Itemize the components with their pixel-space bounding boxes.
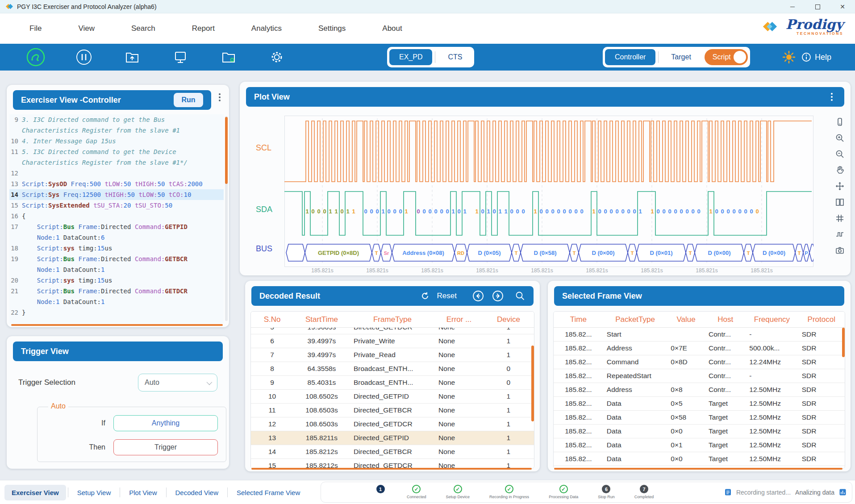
table-row[interactable]: 185.82...Data0×1Target12.50MHzSDR (554, 438, 845, 452)
column-header-protocol[interactable]: Protocol (798, 315, 845, 324)
table-row[interactable]: 639.4997sPrivate_WriteNone1 (251, 334, 534, 348)
decoded-scrollbar-thumb[interactable] (531, 346, 534, 421)
column-header-frametype[interactable]: FrameType (350, 315, 435, 324)
grid-icon[interactable] (834, 213, 845, 224)
code-line[interactable]: 17 Script:Bus Frame:Directed Command:GET… (9, 221, 224, 232)
search-icon[interactable] (515, 291, 526, 301)
column-header-error[interactable]: Error ... (435, 315, 483, 324)
touch-icon[interactable] (834, 117, 845, 127)
menu-item-view[interactable]: View (67, 21, 106, 37)
column-header-packettype[interactable]: PacketType (603, 315, 667, 324)
code-line[interactable]: Node:1 DataCount:6 (9, 232, 224, 243)
table-row[interactable]: 15185.8212sDirected_GETDCRNone1 (251, 459, 534, 468)
minimize-icon[interactable]: ─ (780, 0, 805, 13)
table-row[interactable]: 12108.6503sDirected_GETDCRNone1 (251, 417, 534, 431)
code-line[interactable]: 15Script:SysExtended tSU_STA:20 tSU_STO:… (9, 200, 224, 211)
help-button[interactable]: Help (801, 52, 831, 62)
table-row[interactable]: 185.82...Address0×8Contr...12.50MHzSDR (554, 383, 845, 397)
bottom-tab-exerciser-view[interactable]: Exerciser View (4, 485, 66, 500)
split-view-icon[interactable] (834, 197, 845, 208)
code-hscrollbar-thumb[interactable] (11, 324, 223, 326)
code-line[interactable]: 12 (9, 168, 224, 179)
theme-sun-icon[interactable] (779, 47, 799, 67)
bottom-tab-setup-view[interactable]: Setup View (70, 485, 118, 500)
refresh-icon[interactable] (420, 291, 430, 301)
settings-gear-icon[interactable] (267, 47, 287, 67)
selected-hscrollbar-thumb[interactable] (554, 468, 842, 470)
waveform-icon[interactable] (834, 229, 845, 240)
table-row[interactable]: 185.82...Data0×5Target12.50MHzSDR (554, 397, 845, 411)
move-icon[interactable] (834, 181, 845, 192)
run-button[interactable]: Run (174, 93, 203, 107)
code-line[interactable]: 16{ (9, 211, 224, 221)
column-header-s-no[interactable]: S.No (251, 315, 293, 324)
selected-scrollbar-thumb[interactable] (842, 328, 845, 357)
tab-cts[interactable]: CTS (438, 49, 472, 65)
code-line[interactable]: 13Script:SysOD Freq:500 tLOW:50 tHIGH:50… (9, 179, 224, 189)
trigger-selection-dropdown[interactable]: Auto (138, 374, 217, 392)
column-header-value[interactable]: Value (667, 315, 705, 324)
code-line[interactable]: Characteristics Register from the slave … (9, 125, 224, 136)
table-row[interactable]: 519.9609sDirected_GETDCRNone1 (251, 328, 534, 334)
table-row[interactable]: 11108.6503sDirected_GETBCRNone1 (251, 404, 534, 417)
zoom-in-icon[interactable] (834, 133, 845, 143)
code-editor[interactable]: 93. I3C Directed command to get the BusC… (9, 114, 224, 324)
bottom-tab-decoded-view[interactable]: Decoded View (168, 485, 225, 500)
snapshot-camera-icon[interactable] (834, 245, 845, 256)
exerciser-menu-icon[interactable] (215, 96, 225, 98)
menu-item-search[interactable]: Search (120, 21, 167, 37)
column-header-time[interactable]: Time (554, 315, 603, 324)
exerciser-run-icon[interactable] (26, 47, 46, 67)
display-icon[interactable] (171, 47, 190, 67)
code-line[interactable]: 22} (9, 307, 224, 318)
script-toggle[interactable]: Script (705, 49, 748, 65)
table-row[interactable]: 185.82...Data0×0Target12.50MHzSDR (554, 452, 845, 466)
code-line[interactable]: 18 Script:sys timg:15us (9, 243, 224, 254)
menu-item-report[interactable]: Report (180, 21, 226, 37)
decoded-hscrollbar-thumb[interactable] (251, 468, 532, 470)
code-line[interactable]: Characteristics Register from the slave … (9, 157, 224, 168)
code-line[interactable]: 14Script:Sys Freq:12500 tHIGH:50 tLOW:50… (9, 189, 224, 200)
mode-tab-target[interactable]: Target (661, 49, 701, 65)
reset-button[interactable]: Reset (437, 292, 457, 300)
tab-ex-pd[interactable]: EX_PD (389, 49, 432, 65)
column-header-starttime[interactable]: StartTime (293, 315, 350, 324)
column-header-device[interactable]: Device (483, 315, 534, 324)
code-line[interactable]: 104. Inter Message Gap 15us (9, 136, 224, 146)
table-row[interactable]: 185.82...RepeatedStartContr...-SDR (554, 369, 845, 383)
table-row[interactable]: 864.3558sBroadcast_ENTH...None0 (251, 362, 534, 376)
code-line[interactable]: Node:1 DataCount:1 (9, 296, 224, 307)
pause-icon[interactable] (74, 47, 94, 67)
table-row[interactable]: 185.82...Address0×7EContr...500.00k...SD… (554, 342, 845, 355)
column-header-host[interactable]: Host (705, 315, 746, 324)
code-line[interactable]: Node:1 DataCount:1 (9, 264, 224, 275)
table-row[interactable]: 10108.6502sDirected_GETPIDNone1 (251, 390, 534, 404)
column-header-frequency[interactable]: Frequency (746, 315, 798, 324)
table-row[interactable]: 739.4997sPrivate_ReadNone1 (251, 348, 534, 362)
folder-export-icon[interactable] (122, 47, 142, 67)
code-line[interactable]: 115. I3C Directed command to get the Dev… (9, 146, 224, 157)
menu-item-about[interactable]: About (371, 21, 413, 37)
pan-hand-icon[interactable] (834, 165, 845, 175)
table-row[interactable]: 13185.8211sDirected_GETPIDNone1 (251, 431, 534, 445)
code-line[interactable]: 19 Script:Bus Frame:Directed Command:GET… (9, 254, 224, 264)
menu-item-settings[interactable]: Settings (307, 21, 357, 37)
zoom-out-icon[interactable] (834, 149, 845, 159)
if-condition-button[interactable]: Anything (113, 415, 218, 431)
menu-item-analytics[interactable]: Analytics (240, 21, 293, 37)
code-line[interactable]: 20 Script:sys timg:15us (9, 275, 224, 286)
prev-frame-icon[interactable] (472, 290, 484, 302)
table-row[interactable]: 985.4031sBroadcast_ENTH...None0 (251, 376, 534, 390)
code-scrollbar-thumb[interactable] (225, 117, 228, 184)
mode-tab-controller[interactable]: Controller (605, 49, 655, 65)
close-icon[interactable]: ✕ (830, 0, 855, 13)
code-line[interactable]: 93. I3C Directed command to get the Bus (9, 114, 224, 125)
bottom-tab-selected-frame-view[interactable]: Selected Frame View (229, 485, 307, 500)
table-row[interactable]: 185.82...Command0×8DContr...12.24MHzSDR (554, 355, 845, 369)
table-row[interactable]: 185.82...Data0×58Target12.50MHzSDR (554, 411, 845, 425)
then-action-button[interactable]: Trigger (113, 439, 218, 455)
table-row[interactable]: 185.82...Data0×0Target12.50MHzSDR (554, 425, 845, 438)
code-line[interactable]: 21 Script:Bus Frame:Directed Command:GET… (9, 286, 224, 296)
menu-item-file[interactable]: File (18, 21, 53, 37)
bottom-tab-plot-view[interactable]: Plot View (122, 485, 164, 500)
